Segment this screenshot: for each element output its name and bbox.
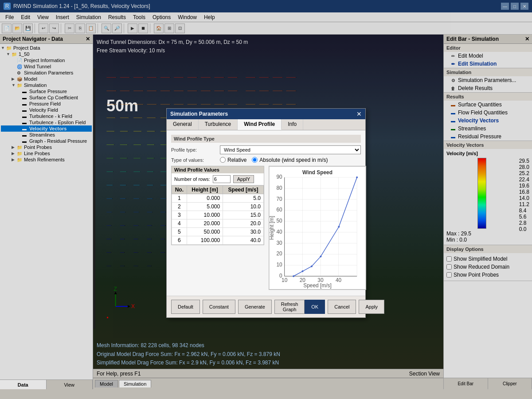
type-values-radios[interactable]: Relative Absolute (wind speed in m/s) xyxy=(220,157,361,163)
profile-type-control[interactable]: Wind Speed xyxy=(220,145,361,154)
table-row: 310.00015.0 xyxy=(172,211,264,219)
num-rows-input[interactable] xyxy=(213,175,231,183)
cancel-button[interactable]: Cancel xyxy=(328,300,356,314)
svg-text:80: 80 xyxy=(277,184,283,191)
generate-button[interactable]: Generate xyxy=(238,300,272,314)
svg-point-200 xyxy=(320,255,321,257)
modal-titlebar: Simulation Parameters ✕ xyxy=(167,109,365,119)
table-row: 25.00010.0 xyxy=(172,202,264,211)
wind-speed-chart: Wind Speed xyxy=(269,166,366,290)
wind-table-area: Wind Profile Values Number of rows: Appl… xyxy=(171,166,264,291)
wind-profile-table: No. Height [m] Speed [m/s] 10.0005.0 25.… xyxy=(172,185,264,245)
refresh-graph-button[interactable]: Refresh Graph xyxy=(274,300,305,314)
svg-text:Speed [m/s]: Speed [m/s] xyxy=(303,282,331,288)
svg-text:50: 50 xyxy=(277,218,283,224)
profile-type-row: Profile type: Wind Speed xyxy=(171,145,361,154)
modal-footer-right-buttons: OK Cancel Apply xyxy=(305,300,384,314)
svg-text:70: 70 xyxy=(277,196,283,202)
svg-text:40: 40 xyxy=(336,277,342,283)
svg-text:30: 30 xyxy=(277,239,283,246)
radio-relative-label[interactable]: Relative xyxy=(220,157,246,163)
svg-point-202 xyxy=(356,176,358,178)
type-values-label: Type of values: xyxy=(171,157,220,163)
col-height: Height [m] xyxy=(187,185,223,194)
col-speed: Speed [m/s] xyxy=(223,185,264,194)
modal-footer-left-buttons: Default Constant Generate Refresh Graph xyxy=(171,300,305,314)
ok-button[interactable]: OK xyxy=(305,300,325,314)
modal-footer: Default Constant Generate Refresh Graph … xyxy=(167,296,365,317)
tab-general[interactable]: General xyxy=(167,119,199,130)
svg-text:Wind Speed: Wind Speed xyxy=(302,169,332,176)
modal-close-button[interactable]: ✕ xyxy=(356,110,362,117)
col-no: No. xyxy=(172,185,187,194)
tab-info[interactable]: Info xyxy=(282,119,303,130)
type-values-row: Type of values: Relative Absolute (wind … xyxy=(171,157,361,163)
svg-point-199 xyxy=(311,265,313,267)
svg-text:40: 40 xyxy=(277,228,283,235)
svg-text:90: 90 xyxy=(277,174,283,180)
profile-type-label: Profile type: xyxy=(171,147,220,153)
radio-absolute-label[interactable]: Absolute (wind speed in m/s) xyxy=(252,157,328,163)
wind-table-body: 10.0005.0 25.00010.0 310.00015.0 420.000… xyxy=(172,194,264,244)
svg-text:20: 20 xyxy=(277,250,283,257)
modal-overlay: Simulation Parameters ✕ General Turbulen… xyxy=(0,0,532,399)
tab-wind-profile[interactable]: Wind Profile xyxy=(238,119,282,130)
svg-point-201 xyxy=(338,226,340,227)
apply-button[interactable]: ApplY xyxy=(233,175,254,183)
modal-title: Simulation Parameters xyxy=(170,111,228,117)
simulation-parameters-dialog: Simulation Parameters ✕ General Turbulen… xyxy=(166,108,366,318)
table-row: 6100.00040.0 xyxy=(172,236,264,244)
wind-profile-values-title: Wind Profile Values xyxy=(172,166,264,173)
default-button[interactable]: Default xyxy=(171,300,200,314)
radio-absolute-text: Absolute (wind speed in m/s) xyxy=(259,157,328,163)
apply-footer-button[interactable]: Apply xyxy=(359,300,384,314)
svg-rect-162 xyxy=(269,166,366,289)
radio-relative[interactable] xyxy=(220,157,226,163)
modal-body: Wind Profile Type Profile type: Wind Spe… xyxy=(167,130,365,296)
table-row: 10.0005.0 xyxy=(172,194,264,202)
wind-values-section: Wind Profile Values Number of rows: Appl… xyxy=(171,166,361,291)
wind-chart-area: Wind Speed xyxy=(269,166,366,291)
profile-type-select[interactable]: Wind Speed xyxy=(220,145,361,154)
svg-text:10: 10 xyxy=(282,277,288,283)
svg-text:10: 10 xyxy=(277,262,283,268)
svg-text:Height [m]: Height [m] xyxy=(269,215,275,239)
svg-point-197 xyxy=(293,275,294,277)
table-row: 420.00020.0 xyxy=(172,219,264,227)
svg-point-198 xyxy=(302,270,304,272)
modal-tabs[interactable]: General Turbulence Wind Profile Info xyxy=(167,119,365,130)
radio-absolute[interactable] xyxy=(252,157,258,163)
radio-relative-text: Relative xyxy=(227,157,246,163)
num-rows-label: Number of rows: xyxy=(174,176,210,182)
svg-text:60: 60 xyxy=(277,207,283,213)
wind-profile-values-box: Wind Profile Values Number of rows: Appl… xyxy=(171,166,264,245)
tab-turbulence[interactable]: Turbulence xyxy=(199,119,238,130)
constant-button[interactable]: Constant xyxy=(203,300,235,314)
table-row: 550.00030.0 xyxy=(172,227,264,236)
wind-profile-type-header: Wind Profile Type xyxy=(171,135,361,143)
num-rows-row: Number of rows: ApplY xyxy=(172,173,264,185)
